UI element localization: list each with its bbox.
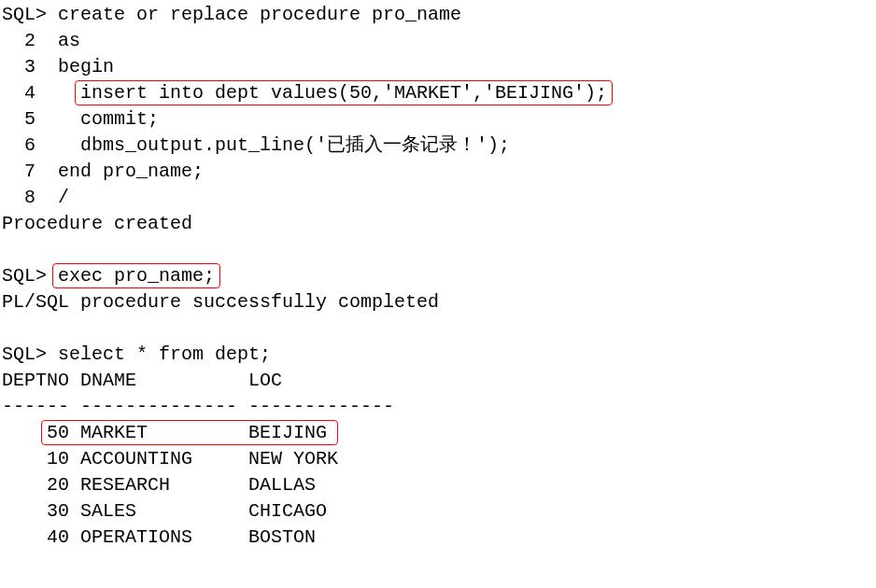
status-message: PL/SQL procedure successfully completed: [2, 291, 439, 313]
table-row: 30 SALES CHICAGO: [2, 500, 327, 522]
sql-prompt: SQL>: [2, 4, 47, 25]
code-text: select * from dept;: [47, 343, 271, 365]
blank-line: [2, 239, 13, 260]
code-text: /: [58, 187, 69, 208]
code-text: create or replace procedure pro_name: [47, 4, 461, 25]
sql-prompt: SQL>: [2, 265, 47, 287]
table-row: 20 RESEARCH DALLAS: [2, 474, 316, 496]
code-pad: [58, 82, 80, 104]
code-pad: [47, 265, 58, 287]
code-text: begin: [58, 56, 114, 77]
code-text: dbms_output.put_line('已插入一条记录！');: [58, 134, 510, 156]
highlighted-insert-statement: insert into dept values(50,'MARKET','BEI…: [80, 82, 607, 104]
table-row: 10 ACCOUNTING NEW YORK: [2, 448, 338, 469]
blank-line: [2, 317, 13, 339]
table-divider: ------ -------------- -------------: [2, 396, 394, 417]
code-text: as: [58, 30, 80, 51]
sql-prompt: SQL>: [2, 343, 47, 365]
row-pad: [2, 422, 47, 443]
table-row: 40 OPERATIONS BOSTON: [2, 526, 316, 548]
line-number: 2: [2, 30, 58, 51]
code-text: commit;: [58, 108, 159, 130]
table-header: DEPTNO DNAME LOC: [2, 370, 282, 391]
status-message: Procedure created: [2, 213, 192, 234]
highlighted-exec-statement: exec pro_name;: [58, 265, 215, 287]
line-number: 3: [2, 56, 58, 77]
line-number: 6: [2, 134, 58, 156]
line-number: 5: [2, 108, 58, 130]
line-number: 7: [2, 161, 58, 182]
highlighted-result-row: 50 MARKET BEIJING: [47, 422, 327, 443]
code-text: end pro_name;: [58, 161, 204, 182]
sql-terminal-output: SQL> create or replace procedure pro_nam…: [0, 0, 876, 551]
line-number: 8: [2, 187, 58, 208]
line-number: 4: [2, 82, 58, 104]
